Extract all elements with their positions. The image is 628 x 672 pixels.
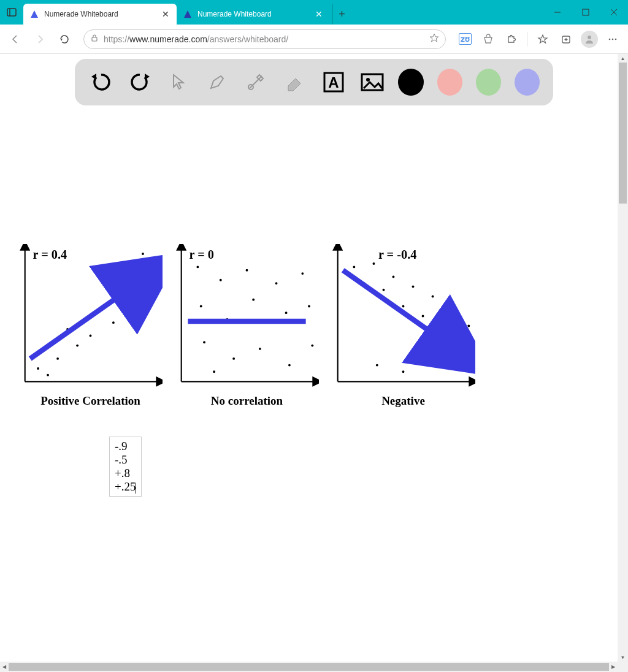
svg-point-33 xyxy=(76,345,78,347)
color-black[interactable] xyxy=(398,69,423,96)
svg-line-82 xyxy=(343,270,469,359)
chart-negative: r = -0.4 Negative xyxy=(331,244,475,408)
value-row: +.25 xyxy=(115,480,136,494)
svg-point-69 xyxy=(383,289,385,291)
svg-point-31 xyxy=(56,357,59,360)
whiteboard-page[interactable]: A r = 0.4 Positive Correlation xyxy=(0,54,618,662)
svg-point-71 xyxy=(402,305,405,308)
svg-point-54 xyxy=(252,299,255,301)
pen-tool[interactable] xyxy=(205,69,230,96)
star-plus-icon xyxy=(537,34,548,45)
scroll-left-button[interactable]: ◀ xyxy=(0,662,9,672)
window-titlebar: Numerade Whiteboard ✕ Numerade Whiteboar… xyxy=(0,0,628,25)
svg-marker-3 xyxy=(184,10,191,18)
scroll-down-button[interactable]: ▼ xyxy=(618,653,628,662)
chart-negative-label: Negative xyxy=(331,394,475,408)
tab-1-close-button[interactable]: ✕ xyxy=(161,9,170,19)
extensions-button[interactable] xyxy=(501,29,522,50)
tab-2-close-button[interactable]: ✕ xyxy=(314,9,324,19)
svg-point-73 xyxy=(422,315,424,318)
tab-1[interactable]: Numerade Whiteboard ✕ xyxy=(23,4,177,25)
tab-actions-button[interactable] xyxy=(0,0,23,25)
chart-positive-label: Positive Correlation xyxy=(18,394,163,408)
arrow-left-icon xyxy=(10,34,21,45)
scroll-right-button[interactable]: ▶ xyxy=(609,662,618,672)
undo-icon xyxy=(90,71,112,93)
svg-point-78 xyxy=(467,325,470,327)
r-label-none: r = 0 xyxy=(190,248,214,261)
svg-point-72 xyxy=(412,286,415,288)
collections-icon xyxy=(561,34,572,45)
value-row: -.9 xyxy=(115,440,136,453)
color-green[interactable] xyxy=(476,69,501,96)
vertical-scrollbar[interactable]: ▲ ▼ xyxy=(618,54,628,662)
values-textbox[interactable]: -.9 -.5 +.8 +.25 xyxy=(109,437,142,497)
translate-button[interactable]: ᴢʊ xyxy=(454,29,475,50)
svg-point-17 xyxy=(612,38,614,40)
nav-actions: ᴢʊ xyxy=(454,29,623,50)
svg-point-62 xyxy=(213,370,215,373)
svg-rect-0 xyxy=(7,9,16,16)
tools-tool[interactable] xyxy=(243,69,269,96)
svg-point-50 xyxy=(275,282,278,284)
minimize-button[interactable] xyxy=(543,0,572,25)
scroll-corner xyxy=(618,662,628,672)
vertical-scroll-thumb[interactable] xyxy=(619,63,627,204)
charts-row: r = 0.4 Positive Correlation r = 0 No co… xyxy=(18,244,475,408)
tab-strip: Numerade Whiteboard ✕ Numerade Whiteboar… xyxy=(23,0,351,25)
svg-point-57 xyxy=(203,341,205,343)
svg-point-70 xyxy=(392,275,395,278)
svg-point-16 xyxy=(609,38,611,40)
svg-point-25 xyxy=(366,78,370,82)
forward-button[interactable] xyxy=(29,29,50,50)
scroll-up-button[interactable]: ▲ xyxy=(618,54,628,63)
redo-button[interactable] xyxy=(127,69,152,96)
eraser-tool[interactable] xyxy=(282,69,307,96)
svg-point-48 xyxy=(220,279,222,281)
collections-button[interactable] xyxy=(556,29,576,50)
close-window-button[interactable] xyxy=(600,0,628,25)
refresh-button[interactable] xyxy=(54,29,75,50)
url-text: https://www.numerade.com/answers/whitebo… xyxy=(104,34,429,44)
svg-point-66 xyxy=(353,265,355,268)
tab-actions-icon xyxy=(7,7,17,17)
color-purple[interactable] xyxy=(515,69,540,96)
svg-point-74 xyxy=(432,296,434,298)
favorites-button[interactable] xyxy=(532,29,553,50)
svg-point-41 xyxy=(145,299,147,301)
back-button[interactable] xyxy=(5,29,26,50)
window-controls xyxy=(543,0,628,25)
shopping-icon xyxy=(483,34,494,45)
color-pink[interactable] xyxy=(437,69,462,96)
menu-button[interactable] xyxy=(602,29,623,50)
chart-none-svg: r = 0 xyxy=(175,244,319,388)
svg-point-61 xyxy=(311,345,313,347)
r-label-positive: r = 0.4 xyxy=(33,248,67,261)
image-tool[interactable] xyxy=(359,69,385,96)
horizontal-scroll-thumb[interactable] xyxy=(9,663,609,671)
svg-marker-20 xyxy=(145,74,150,80)
text-tool[interactable]: A xyxy=(321,69,346,96)
redo-icon xyxy=(129,71,151,93)
tab-2[interactable]: Numerade Whiteboard ✕ xyxy=(177,4,330,25)
lock-icon xyxy=(90,34,99,44)
chart-positive: r = 0.4 Positive Correlation xyxy=(18,244,163,408)
svg-point-58 xyxy=(232,357,235,360)
text-cursor xyxy=(136,483,136,494)
shopping-button[interactable] xyxy=(478,29,499,50)
close-icon xyxy=(610,9,618,16)
svg-point-77 xyxy=(461,345,464,347)
chart-positive-svg: r = 0.4 xyxy=(18,244,163,388)
new-tab-button[interactable]: + xyxy=(332,4,351,25)
pointer-tool[interactable] xyxy=(166,69,191,96)
browser-navbar: https://www.numerade.com/answers/whitebo… xyxy=(0,25,628,54)
maximize-button[interactable] xyxy=(572,0,600,25)
wrench-icon xyxy=(246,72,266,92)
address-bar[interactable]: https://www.numerade.com/answers/whitebo… xyxy=(83,29,446,49)
horizontal-scrollbar[interactable]: ◀ ▶ xyxy=(0,662,628,672)
titlebar-left: Numerade Whiteboard ✕ Numerade Whiteboar… xyxy=(0,0,351,25)
tab-1-title: Numerade Whiteboard xyxy=(44,10,161,18)
profile-button[interactable] xyxy=(579,29,600,50)
undo-button[interactable] xyxy=(88,69,113,96)
favorite-button[interactable] xyxy=(429,33,439,45)
